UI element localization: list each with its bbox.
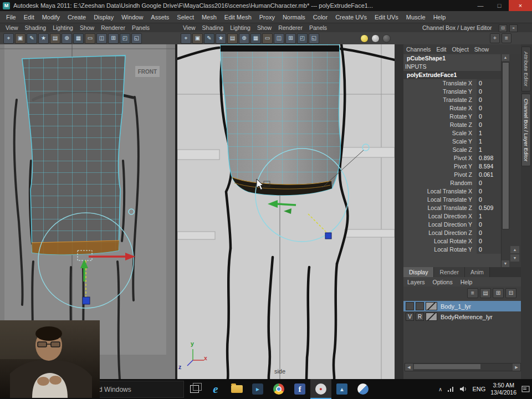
bookmark-icon[interactable]: ★ <box>216 33 226 44</box>
channel-attribute-value[interactable]: 0 <box>477 88 501 96</box>
scroll-left-icon[interactable]: ◀ <box>405 364 413 371</box>
screen-recorder-button[interactable]: ● <box>310 379 331 399</box>
menu-item[interactable]: Help <box>429 14 450 21</box>
image-plane-icon[interactable]: ▤ <box>50 33 60 44</box>
channel-attribute-value[interactable]: 0 <box>477 179 501 187</box>
menu-item[interactable]: Mesh <box>198 14 221 21</box>
layer-row[interactable]: Body_1_lyr <box>403 301 521 311</box>
menu-item[interactable]: Select <box>173 14 198 21</box>
channel-attribute-value[interactable]: 0 <box>477 96 501 104</box>
channel-attribute-value[interactable]: 8.594 <box>477 162 501 171</box>
menu-item[interactable]: Edit UVs <box>371 14 402 21</box>
layer-color-swatch[interactable] <box>426 313 437 321</box>
channel-attribute-value[interactable]: 0.509 <box>477 204 501 212</box>
scroll-right-icon[interactable]: ▶ <box>513 364 520 371</box>
layer-visibility-toggle[interactable] <box>406 302 414 310</box>
two-d-pan-zoom-icon[interactable]: ⊕ <box>62 33 72 44</box>
layer-display-type-toggle[interactable]: R <box>416 313 424 321</box>
channel-box-menu-item[interactable]: Edit <box>433 46 449 53</box>
select-camera-icon[interactable]: ⌖ <box>181 33 191 44</box>
menu-item[interactable]: Proxy <box>255 14 279 21</box>
menu-item[interactable]: Edit <box>20 14 38 21</box>
layer-row[interactable]: V R BodyReference_lyr <box>403 311 521 322</box>
safe-title-icon[interactable]: ◱ <box>309 33 319 44</box>
channel-attribute-value[interactable]: 1 <box>477 146 501 154</box>
menu-item[interactable]: Create <box>64 14 90 21</box>
menu-item[interactable]: Normals <box>279 14 309 21</box>
facebook-button[interactable]: f <box>289 379 310 399</box>
panel-menu-item[interactable]: Renderer <box>275 24 306 31</box>
media-player-button[interactable]: ▸ <box>247 379 268 399</box>
lock-camera-icon[interactable]: ▣ <box>192 33 203 44</box>
taskbar-clock[interactable]: 3:50 AM 13/4/2016 <box>490 382 516 396</box>
channel-attribute-value[interactable]: 0 <box>477 245 501 254</box>
shape-node-name[interactable]: pCubeShape1 <box>403 54 501 63</box>
channel-attribute-value[interactable]: 0.061 <box>477 171 501 179</box>
resolution-gate-icon[interactable]: ◫ <box>274 33 284 44</box>
layer-attributes-icon[interactable]: ▤ <box>480 288 491 298</box>
channel-box-menu-item[interactable]: Channels <box>403 46 433 53</box>
network-icon[interactable] <box>447 386 454 392</box>
new-layer-from-selected-icon[interactable]: ⊟ <box>505 288 516 298</box>
channel-attribute-value[interactable]: 0 <box>477 229 501 237</box>
sidebar-tab[interactable]: Attribute Editor <box>521 47 531 91</box>
scroll-up-icon[interactable]: ▲ <box>510 246 519 253</box>
default-lighting-icon[interactable] <box>360 34 369 43</box>
panel-menu-item[interactable]: Shading <box>199 24 227 31</box>
new-empty-layer-icon[interactable]: ⊞ <box>493 288 504 298</box>
layer-sort-icon[interactable]: ≡ <box>467 288 478 298</box>
channel-attribute-value[interactable]: 1 <box>477 137 501 146</box>
internet-explorer-button[interactable]: e <box>205 379 226 399</box>
channel-attribute-value[interactable]: 0 <box>477 112 501 121</box>
menu-item[interactable]: Create UVs <box>331 14 371 21</box>
menu-item[interactable]: Color <box>309 14 331 21</box>
layer-editor-tab[interactable]: Render <box>434 267 464 277</box>
file-explorer-button[interactable] <box>226 379 247 399</box>
menu-item[interactable]: Assets <box>147 14 173 21</box>
menu-item[interactable]: Window <box>117 14 147 21</box>
field-chart-icon[interactable]: ⊞ <box>285 33 296 44</box>
resolution-gate-icon[interactable]: ◫ <box>96 33 107 44</box>
volume-icon[interactable] <box>459 386 467 392</box>
no-lights-icon[interactable] <box>382 34 391 43</box>
lock-camera-icon[interactable]: ▣ <box>15 33 25 44</box>
film-gate-icon[interactable]: ▭ <box>85 33 95 44</box>
panel-menu-item[interactable]: Lighting <box>49 24 76 31</box>
layer-menu-item[interactable]: Options <box>429 279 457 285</box>
image-plane-icon[interactable]: ▤ <box>227 33 238 44</box>
sidebar-tab[interactable]: Channel Box / Layer Editor <box>521 94 531 167</box>
panel-menu-item[interactable]: Panels <box>129 24 153 31</box>
panel-menu-item[interactable]: Show <box>76 24 98 31</box>
panel-menu-item[interactable]: Lighting <box>227 24 254 31</box>
channel-attribute-value[interactable]: 0 <box>477 237 501 245</box>
channel-attribute-value[interactable]: 0 <box>477 187 501 196</box>
layer-display-type-toggle[interactable] <box>416 302 424 310</box>
panel-menu-item[interactable]: View <box>180 24 199 31</box>
language-indicator[interactable]: ENG <box>472 386 485 392</box>
action-center-icon[interactable] <box>521 386 530 392</box>
channel-box-menu-item[interactable]: Show <box>472 46 492 53</box>
photos-button[interactable]: ▲ <box>331 379 352 399</box>
tray-expand-icon[interactable]: ∧ <box>438 386 442 392</box>
scroll-up-icon[interactable]: ▲ <box>502 54 509 61</box>
layer-color-swatch[interactable] <box>426 302 437 310</box>
task-view-button[interactable] <box>184 379 205 399</box>
all-lights-icon[interactable] <box>371 34 380 43</box>
channel-attribute-value[interactable]: 0 <box>477 196 501 204</box>
menu-item[interactable]: Muscle <box>402 14 429 21</box>
panel-menu-item[interactable]: Renderer <box>98 24 129 31</box>
camera-attributes-icon[interactable]: ✎ <box>204 33 214 44</box>
two-d-pan-zoom-icon[interactable]: ⊕ <box>239 33 249 44</box>
layer-menu-item[interactable]: Layers <box>403 279 429 285</box>
channel-speed-menu-icon[interactable]: ≡ <box>502 33 511 43</box>
menu-item[interactable]: Edit Mesh <box>221 14 255 21</box>
layer-editor-tab[interactable]: Anim <box>465 267 490 277</box>
channel-attribute-value[interactable]: 0 <box>477 79 501 88</box>
grid-icon[interactable]: ▦ <box>250 33 261 44</box>
input-node-name[interactable]: polyExtrudeFace1 <box>403 71 501 79</box>
layer-editor-tab[interactable]: Display <box>403 267 434 277</box>
menu-item[interactable]: File <box>2 14 20 21</box>
torso-wireframe-mesh[interactable] <box>22 55 125 254</box>
safe-action-icon[interactable]: ◰ <box>120 33 130 44</box>
bookmark-icon[interactable]: ★ <box>38 33 49 44</box>
